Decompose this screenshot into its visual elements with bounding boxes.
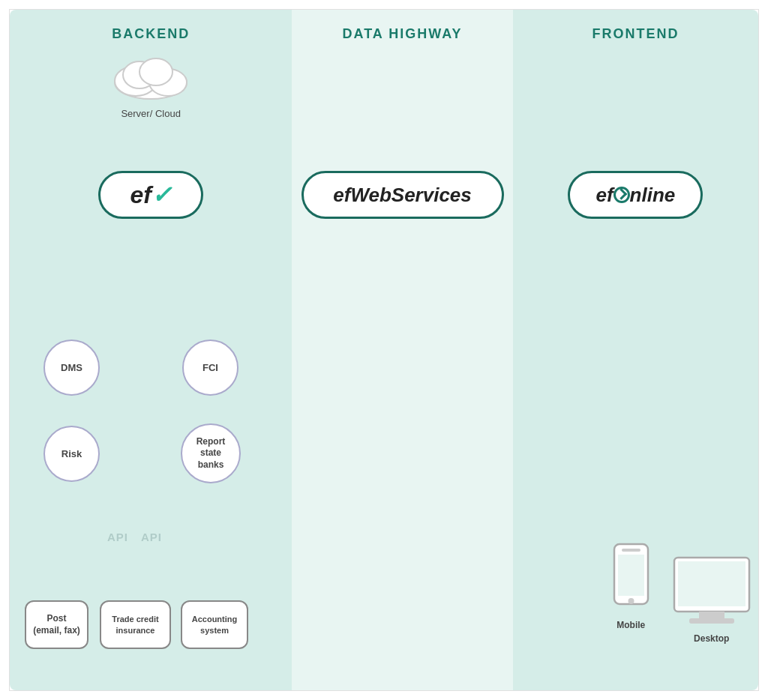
risk-label: Risk	[62, 448, 82, 459]
webservices-label: efWebServices	[333, 184, 472, 207]
mobile-label: Mobile	[610, 620, 652, 630]
report-label: Reportstatebanks	[196, 436, 226, 471]
mobile-device: Mobile	[610, 543, 652, 630]
desktop-device: Desktop	[670, 554, 753, 644]
svg-point-21	[140, 58, 172, 85]
diagram-wrapper: BACKEND Server/ Cloud ef✓ DMS	[9, 9, 759, 691]
api-label-2: API	[141, 531, 162, 543]
section-backend: BACKEND Server/ Cloud ef✓ DMS	[10, 10, 292, 690]
accounting-label: Accounting system	[182, 614, 247, 636]
desktop-label: Desktop	[670, 633, 753, 644]
dms-circle: DMS	[44, 340, 100, 396]
trade-credit-box: Trade credit insurance	[100, 600, 171, 649]
fci-label: FCI	[202, 362, 218, 373]
svg-rect-24	[618, 555, 644, 596]
efonline-label: efnline	[596, 184, 675, 207]
cloud-svg	[110, 51, 192, 103]
backend-title: BACKEND	[112, 26, 190, 42]
cloud-icon: Server/ Cloud	[110, 51, 192, 121]
svg-rect-23	[622, 549, 640, 552]
svg-rect-29	[689, 618, 734, 624]
efx-label: ef✓	[130, 181, 171, 209]
fci-circle: FCI	[182, 340, 238, 396]
efx-pill: ef✓	[98, 171, 203, 219]
svg-rect-28	[699, 612, 724, 619]
frontend-title: FRONTEND	[592, 26, 679, 42]
svg-rect-27	[678, 561, 746, 606]
post-box: Post(email, fax)	[25, 600, 88, 649]
post-label: Post(email, fax)	[33, 613, 80, 636]
cloud-label: Server/ Cloud	[110, 108, 192, 121]
trade-label: Trade credit insurance	[101, 614, 170, 636]
highway-title: DATA HIGHWAY	[343, 26, 463, 42]
efonline-pill: efnline	[568, 171, 703, 219]
report-circle: Reportstatebanks	[181, 423, 241, 483]
desktop-icon	[670, 554, 753, 629]
webservices-pill: efWebServices	[302, 171, 504, 219]
section-highway: DATA HIGHWAY efWebServices	[292, 10, 512, 690]
sections-container: BACKEND Server/ Cloud ef✓ DMS	[10, 10, 758, 690]
api-label-1: API	[107, 531, 128, 543]
svg-point-25	[628, 598, 634, 604]
accounting-box: Accounting system	[181, 600, 248, 649]
section-frontend: FRONTEND efnline Mobile	[513, 10, 758, 690]
dms-label: DMS	[61, 362, 82, 373]
mobile-icon	[610, 543, 652, 614]
risk-circle: Risk	[44, 426, 100, 482]
